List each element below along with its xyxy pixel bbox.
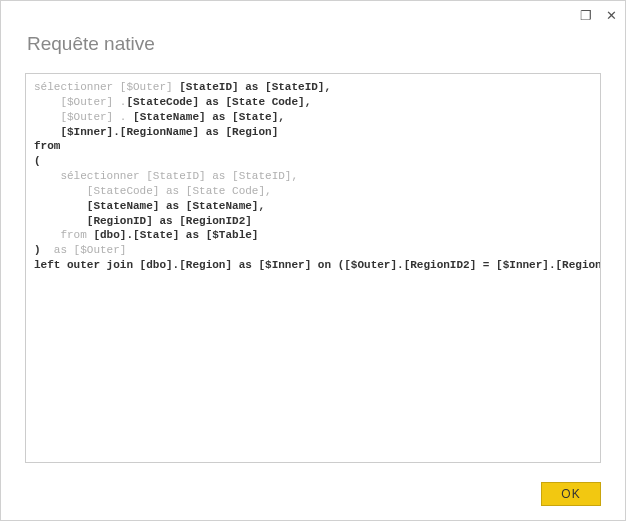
code-text: from bbox=[34, 229, 93, 241]
close-icon[interactable]: ✕ bbox=[606, 9, 617, 22]
code-text: [$Outer] . bbox=[34, 96, 126, 108]
code-text: [$Outer] . bbox=[34, 111, 133, 123]
code-text: [StateCode] as [State Code], bbox=[34, 185, 272, 197]
code-text: ( bbox=[34, 155, 41, 167]
code-text: [RegionID] as [RegionID2] bbox=[34, 215, 252, 227]
code-text: [StateCode] as [State Code], bbox=[126, 96, 311, 108]
code-text: sélectionner [StateID] as [StateID], bbox=[34, 170, 298, 182]
code-text: sélectionner [$Outer] bbox=[34, 81, 179, 93]
titlebar-controls: ❐ ✕ bbox=[580, 9, 617, 22]
code-text: ) bbox=[34, 244, 47, 256]
maximize-icon[interactable]: ❐ bbox=[580, 9, 592, 22]
code-text: [StateID] as [StateID], bbox=[179, 81, 331, 93]
code-text: [StateName] as [StateName], bbox=[34, 200, 265, 212]
code-text: [$Inner].[RegionName] as [Region] bbox=[34, 126, 278, 138]
code-text: from bbox=[34, 140, 60, 152]
dialog-title: Requête native bbox=[1, 1, 625, 55]
code-text: left outer join [dbo].[Region] as [$Inne… bbox=[34, 259, 601, 271]
button-row: OK bbox=[541, 482, 601, 506]
ok-button[interactable]: OK bbox=[541, 482, 601, 506]
native-query-code: sélectionner [$Outer] [StateID] as [Stat… bbox=[25, 73, 601, 463]
code-text: [dbo].[State] as [$Table] bbox=[93, 229, 258, 241]
code-text: [StateName] as [State], bbox=[133, 111, 285, 123]
code-text: as [$Outer] bbox=[47, 244, 126, 256]
